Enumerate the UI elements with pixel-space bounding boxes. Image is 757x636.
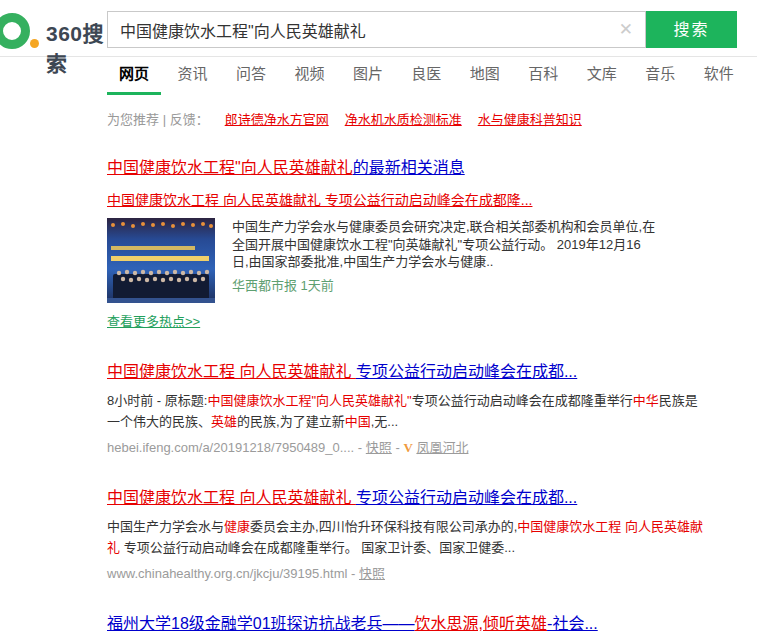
result-url-line: www.chinahealthy.org.cn/jkcju/39195.html…: [107, 563, 717, 582]
title-rest: 专项公益行动启动峰会在成都...: [356, 363, 577, 380]
tab-video[interactable]: 视频: [282, 57, 336, 95]
title-rest: -社会...: [547, 615, 598, 632]
title-rest: 福州大学18级金融学01班探访抗战老兵——: [107, 615, 415, 632]
result-snippet: 中国生产力学会水与健康委员会主办,四川怡升环保科技有限公司承办的,中国健康饮水工…: [107, 516, 707, 558]
search-result: 中国健康饮水工程 向人民英雄献礼 专项公益行动启动峰会在成都... 8小时前 -…: [107, 358, 717, 456]
news-source: 华西都市报 1天前: [232, 275, 657, 294]
news-snippet: 中国生产力学会水与健康委员会研究决定,联合相关部委机构和会员单位,在全国开展中国…: [232, 218, 657, 271]
feedback-link[interactable]: 反馈：: [170, 112, 209, 127]
tab-webpage[interactable]: 网页: [107, 57, 161, 95]
tab-music[interactable]: 音乐: [633, 57, 687, 95]
tab-library[interactable]: 文库: [575, 57, 629, 95]
result-url: hebei.ifeng.com/a/20191218/7950489_0....: [107, 440, 354, 455]
360-dot-icon: [30, 39, 39, 48]
tab-images[interactable]: 图片: [341, 57, 395, 95]
360-logo[interactable]: 360搜索: [0, 0, 107, 57]
logo-text: 360搜索: [46, 17, 107, 77]
tab-qa[interactable]: 问答: [224, 57, 278, 95]
search-header: 360搜索 ✕ 搜索: [0, 0, 757, 57]
recommend-divider: |: [163, 112, 166, 127]
recommend-link-3[interactable]: 水与健康科普知识: [478, 112, 582, 127]
search-box: ✕: [107, 11, 646, 48]
search-button[interactable]: 搜索: [646, 11, 737, 48]
tab-news[interactable]: 资讯: [165, 57, 219, 95]
360-ring-icon: [0, 13, 30, 49]
vertical-tabs: 网页 资讯 问答 视频 图片 良医 地图 百科 文库 音乐 软件 翻译: [0, 57, 757, 95]
search-input[interactable]: [108, 12, 598, 47]
search-result: 中国健康饮水工程 向人民英雄献礼 专项公益行动启动峰会在成都... 中国生产力学…: [107, 484, 717, 582]
result-news-group: 中国健康饮水工程"向人民英雄献礼的最新相关消息 中国健康饮水工程 向人民英雄献礼…: [107, 154, 717, 330]
title-rest: 专项公益行动启动峰会在成都...: [356, 489, 577, 506]
recommend-label: 为您推荐: [107, 112, 159, 127]
verified-v-icon: V: [403, 440, 412, 455]
recommend-row: 为您推荐 | 反馈：郎诗德净水方官网净水机水质检测标准水与健康科普知识: [107, 109, 717, 128]
title-highlight: 中国健康饮水工程 向人民英雄献礼: [107, 363, 356, 380]
results-column: 为您推荐 | 反馈：郎诗德净水方官网净水机水质检测标准水与健康科普知识 中国健康…: [107, 109, 717, 636]
title-highlight: 中国健康饮水工程 向人民英雄献礼: [107, 489, 356, 506]
result-title-link[interactable]: 中国健康饮水工程 向人民英雄献礼 专项公益行动启动峰会在成都...: [107, 484, 717, 508]
site-name-link[interactable]: 凤凰河北: [416, 440, 468, 455]
recommend-link-2[interactable]: 净水机水质检测标准: [345, 112, 462, 127]
title-rest: 的最新相关消息: [353, 159, 465, 176]
snapshot-link[interactable]: 快照: [359, 566, 385, 581]
tab-wiki[interactable]: 百科: [516, 57, 570, 95]
recommend-link-1[interactable]: 郎诗德净水方官网: [225, 112, 329, 127]
tab-maps[interactable]: 地图: [458, 57, 512, 95]
result-snippet: 8小时前 - 原标题:中国健康饮水工程"向人民英雄献礼"专项公益行动启动峰会在成…: [107, 390, 707, 432]
snapshot-link[interactable]: 快照: [366, 440, 392, 455]
result-url: www.chinahealthy.org.cn/jkcju/39195.html: [107, 566, 347, 581]
search-result: 福州大学18级金融学01班探访抗战老兵——饮水思源,倾听英雄-社会... 201…: [107, 610, 717, 636]
tab-doctor[interactable]: 良医: [399, 57, 453, 95]
tab-software[interactable]: 软件: [692, 57, 746, 95]
title-highlight: 中国健康饮水工程"向人民英雄献礼: [107, 159, 353, 176]
news-row: 中国生产力学会水与健康委员会研究决定,联合相关部委机构和会员单位,在全国开展中国…: [107, 218, 717, 303]
tab-translate[interactable]: 翻译: [750, 57, 757, 95]
result-url-line: hebei.ifeng.com/a/20191218/7950489_0....…: [107, 437, 717, 456]
result-title-link[interactable]: 中国健康饮水工程 向人民英雄献礼 专项公益行动启动峰会在成都...: [107, 358, 717, 382]
result-title-link[interactable]: 中国健康饮水工程"向人民英雄献礼的最新相关消息: [107, 154, 717, 178]
result-title-link[interactable]: 福州大学18级金融学01班探访抗战老兵——饮水思源,倾听英雄-社会...: [107, 610, 717, 634]
title-highlight: 饮水思源,倾听英雄: [415, 615, 547, 632]
more-hotspots-link[interactable]: 查看更多热点>>: [107, 311, 200, 330]
news-item-link[interactable]: 中国健康饮水工程 向人民英雄献礼 专项公益行动启动峰会在成都隆...: [107, 189, 717, 209]
news-thumbnail[interactable]: [107, 218, 215, 303]
clear-icon[interactable]: ✕: [619, 20, 633, 40]
